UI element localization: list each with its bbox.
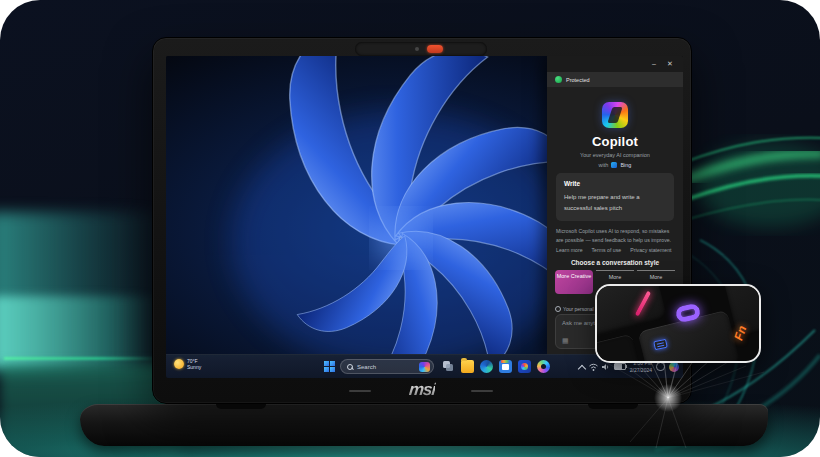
copilot-title: Copilot <box>547 134 683 149</box>
copilot-taskbar-icon[interactable] <box>537 360 550 373</box>
webcam-shutter-slider <box>427 45 443 53</box>
copilot-subtitle: Your everyday AI companion <box>547 152 683 158</box>
terms-of-use-link[interactable]: Terms of use <box>592 247 622 253</box>
keyboard-closeup-inset: Fn <box>595 284 761 363</box>
with-bing-row: with Bing <box>547 162 683 168</box>
privacy-ring-icon <box>555 306 561 312</box>
taskbar-app-icons <box>442 360 550 373</box>
bing-visual-search-icon[interactable] <box>419 362 430 372</box>
edge-icon[interactable] <box>480 360 493 373</box>
search-icon <box>347 364 353 370</box>
copilot-tray-icon[interactable] <box>669 362 679 372</box>
left-teal-glow-bright <box>0 296 159 366</box>
panel-titlebar: – ✕ <box>547 56 683 72</box>
photos-icon[interactable] <box>518 360 531 373</box>
bing-icon <box>611 162 617 168</box>
write-card-body: Help me prepare and write a successful s… <box>564 192 666 214</box>
brand-area: msi <box>153 380 691 400</box>
bezel-dash-right <box>471 390 493 392</box>
chevron-up-icon[interactable] <box>579 364 585 370</box>
msi-logo: msi <box>408 380 436 400</box>
webcam-module <box>355 42 487 56</box>
protected-banner: Protected <box>547 72 683 87</box>
minimize-icon[interactable]: – <box>649 60 659 67</box>
laptop-base <box>80 404 768 446</box>
search-box[interactable]: Search <box>340 359 434 374</box>
bezel-dash-left <box>349 390 371 392</box>
marketing-image: – ✕ Protected Copilot Your everyday AI c… <box>0 0 820 457</box>
weather-temp: 70°F <box>187 358 198 364</box>
write-card-title: Write <box>564 180 666 187</box>
sun-icon <box>174 359 184 369</box>
search-placeholder: Search <box>357 364 415 370</box>
write-suggestion-card[interactable]: Write Help me prepare and write a succes… <box>556 173 674 221</box>
input-options-icon[interactable]: ▦ <box>562 337 569 344</box>
shield-protected-icon <box>555 76 562 83</box>
notification-bell-icon[interactable] <box>656 362 665 371</box>
start-button[interactable] <box>324 361 335 372</box>
close-icon[interactable]: ✕ <box>665 60 675 68</box>
copilot-logo-icon <box>602 102 628 128</box>
tray-date: 2/27/2024 <box>630 367 652 373</box>
left-green-line <box>4 357 159 360</box>
volume-icon[interactable] <box>602 363 610 371</box>
with-label: with <box>599 162 609 168</box>
wifi-icon[interactable] <box>589 363 598 371</box>
weather-condition: Sunny <box>187 364 201 370</box>
legal-links: Learn more Terms of use Privacy statemen… <box>556 247 678 253</box>
battery-icon[interactable] <box>614 363 626 370</box>
microsoft-store-icon[interactable] <box>499 360 512 373</box>
adjacent-key <box>595 333 645 363</box>
style-tab-more-creative[interactable]: More Creative <box>555 270 593 294</box>
taskbar-center: Search <box>324 355 550 378</box>
learn-more-link[interactable]: Learn more <box>556 247 583 253</box>
conversation-style-heading: Choose a conversation style <box>547 259 683 266</box>
protected-label: Protected <box>566 77 590 83</box>
weather-text: 70°F Sunny <box>187 358 201 371</box>
background-card: – ✕ Protected Copilot Your everyday AI c… <box>0 0 820 457</box>
task-view-icon[interactable] <box>442 360 455 373</box>
bing-label: Bing <box>620 162 631 168</box>
weather-widget[interactable]: 70°F Sunny <box>174 358 201 371</box>
file-explorer-icon[interactable] <box>461 360 474 373</box>
ai-disclaimer: Microsoft Copilot uses AI to respond, so… <box>556 227 676 244</box>
privacy-statement-link[interactable]: Privacy statement <box>630 247 671 253</box>
webcam-lens-icon <box>415 47 419 51</box>
